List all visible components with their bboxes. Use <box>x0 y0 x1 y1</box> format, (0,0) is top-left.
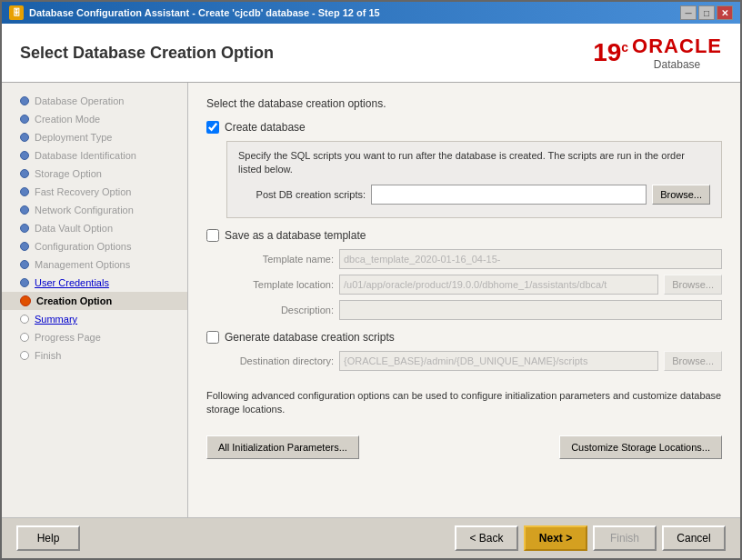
content-area: Select the database creation options. Cr… <box>188 83 740 517</box>
sidebar-item-summary[interactable]: Summary <box>2 310 187 328</box>
sidebar-dot-user-credentials <box>20 278 29 287</box>
destination-dir-input <box>339 351 658 371</box>
minimize-button[interactable]: ─ <box>680 5 697 20</box>
advanced-text: Following advanced configuration options… <box>206 382 722 425</box>
oracle-logo: 19c ORACLE Database <box>593 35 722 71</box>
sidebar-dot-fast-recovery-option <box>20 187 29 196</box>
post-db-scripts-input[interactable] <box>371 185 647 205</box>
browse-scripts-button[interactable]: Browse... <box>652 185 710 205</box>
maximize-button[interactable]: □ <box>698 5 715 20</box>
finish-button[interactable]: Finish <box>593 525 657 551</box>
destination-dir-row: Destination directory: Browse... <box>206 351 722 371</box>
sidebar-dot-configuration-options <box>20 242 29 251</box>
save-template-checkbox[interactable] <box>206 229 219 242</box>
post-db-scripts-row: Post DB creation scripts: Browse... <box>238 185 710 205</box>
sidebar-dot-creation-option <box>20 295 31 306</box>
advanced-buttons-row: All Initialization Parameters... Customi… <box>206 435 722 459</box>
instruction-text: Select the database creation options. <box>206 97 722 110</box>
oracle-version: 19c <box>593 38 628 67</box>
cancel-button[interactable]: Cancel <box>662 525 726 551</box>
sidebar-item-deployment-type: Deployment Type <box>2 128 187 146</box>
customize-storage-button[interactable]: Customize Storage Locations... <box>559 435 722 459</box>
sidebar-item-creation-option[interactable]: Creation Option <box>2 292 187 310</box>
sidebar-item-configuration-options: Configuration Options <box>2 237 187 255</box>
description-label: Description: <box>206 305 334 315</box>
sidebar-item-database-operation: Database Operation <box>2 92 187 110</box>
sidebar-item-database-identification: Database Identification <box>2 146 187 165</box>
destination-dir-section: Destination directory: Browse... <box>206 351 722 371</box>
oracle-brand: ORACLE Database <box>632 35 722 71</box>
destination-dir-label: Destination directory: <box>206 355 334 366</box>
browse-destination-button: Browse... <box>664 351 722 371</box>
help-button[interactable]: Help <box>16 525 80 551</box>
close-button[interactable]: ✕ <box>717 5 733 20</box>
sidebar-item-management-options: Management Options <box>2 255 187 274</box>
sidebar-item-storage-option: Storage Option <box>2 165 187 183</box>
header: Select Database Creation Option 19c ORAC… <box>2 24 740 83</box>
generate-scripts-row: Generate database creation scripts <box>206 331 722 344</box>
main-content: Database Operation Creation Mode Deploym… <box>2 83 740 517</box>
template-name-input <box>339 249 722 269</box>
app-icon: 🗄 <box>9 5 24 20</box>
sidebar-dot-finish <box>20 351 29 360</box>
sidebar-dot-creation-mode <box>20 115 29 124</box>
back-button[interactable]: < Back <box>455 525 518 551</box>
description-row: Description: <box>206 300 722 320</box>
create-database-label: Create database <box>225 121 306 134</box>
sidebar-dot-database-operation <box>20 96 29 105</box>
sidebar-dot-network-configuration <box>20 205 29 215</box>
save-template-label: Save as a database template <box>225 229 366 242</box>
sidebar-item-data-vault-option: Data Vault Option <box>2 219 187 237</box>
template-location-label: Template location: <box>206 279 334 290</box>
all-init-params-button[interactable]: All Initialization Parameters... <box>206 435 359 459</box>
create-database-section: Create database Specify the SQL scripts … <box>206 121 722 218</box>
sidebar-dot-management-options <box>20 260 29 269</box>
template-fields-section: Template name: Template location: Browse… <box>206 249 722 320</box>
generate-scripts-section: Generate database creation scripts Desti… <box>206 331 722 371</box>
browse-template-button: Browse... <box>664 275 722 295</box>
sidebar-item-creation-mode: Creation Mode <box>2 110 187 128</box>
title-bar: 🗄 Database Configuration Assistant - Cre… <box>2 2 740 24</box>
post-scripts-section: Specify the SQL scripts you want to run … <box>226 141 722 218</box>
template-location-row: Template location: Browse... <box>206 275 722 295</box>
save-template-section: Save as a database template Template nam… <box>206 229 722 320</box>
template-location-input <box>339 275 658 295</box>
sidebar-dot-deployment-type <box>20 133 29 142</box>
next-button[interactable]: Next > <box>524 525 587 551</box>
create-database-row: Create database <box>206 121 722 134</box>
footer: Help < Back Next > Finish Cancel <box>2 517 740 558</box>
sidebar-item-fast-recovery-option: Fast Recovery Option <box>2 183 187 201</box>
sidebar-dot-progress-page <box>20 333 29 342</box>
sidebar-item-finish: Finish <box>2 346 187 365</box>
template-name-label: Template name: <box>206 254 334 265</box>
footer-right: < Back Next > Finish Cancel <box>455 525 726 551</box>
window-controls: ─ □ ✕ <box>680 5 733 20</box>
page-title: Select Database Creation Option <box>20 44 274 63</box>
create-database-checkbox[interactable] <box>206 121 219 134</box>
sidebar-dot-summary <box>20 315 29 324</box>
description-input <box>339 300 722 320</box>
sidebar-item-user-credentials[interactable]: User Credentials <box>2 274 187 292</box>
sidebar-dot-storage-option <box>20 169 29 178</box>
generate-scripts-checkbox[interactable] <box>206 331 219 344</box>
generate-scripts-label: Generate database creation scripts <box>225 331 395 344</box>
save-template-row: Save as a database template <box>206 229 722 242</box>
footer-left: Help <box>16 525 80 551</box>
sidebar-dot-data-vault-option <box>20 224 29 233</box>
sidebar-item-network-configuration: Network Configuration <box>2 201 187 219</box>
scripts-description: Specify the SQL scripts you want to run … <box>238 149 710 177</box>
post-db-scripts-label: Post DB creation scripts: <box>238 189 366 200</box>
sidebar-item-progress-page: Progress Page <box>2 328 187 346</box>
sidebar: Database Operation Creation Mode Deploym… <box>2 83 188 517</box>
sidebar-dot-database-identification <box>20 151 29 160</box>
main-window: 🗄 Database Configuration Assistant - Cre… <box>0 0 742 560</box>
window-title: Database Configuration Assistant - Creat… <box>29 7 675 18</box>
template-name-row: Template name: <box>206 249 722 269</box>
